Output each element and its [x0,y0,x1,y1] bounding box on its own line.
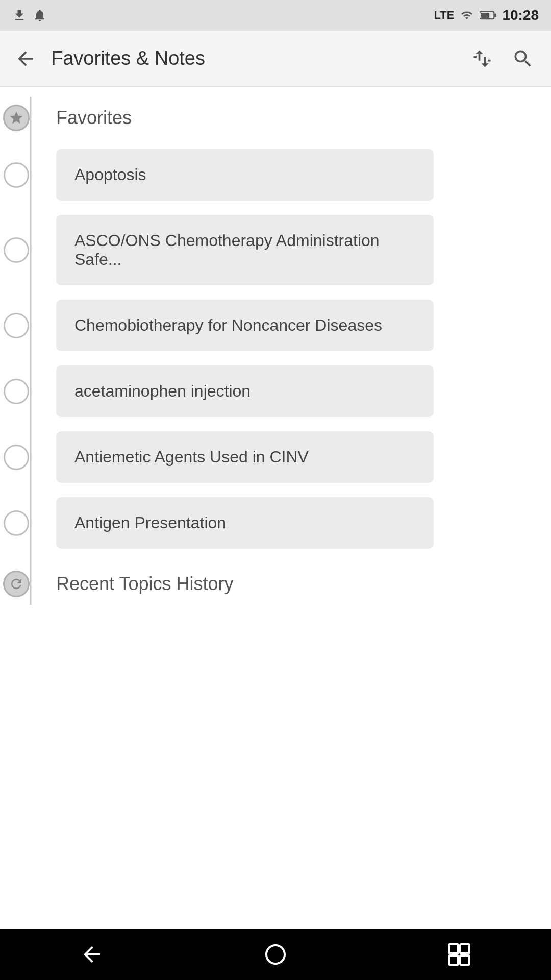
list-item[interactable]: Apoptosis [41,149,551,201]
back-button[interactable] [10,43,41,74]
download-icon [12,8,27,22]
favorites-title: Favorites [41,107,132,129]
status-bar-right: LTE 10:28 [434,7,539,23]
nav-back-button[interactable] [71,934,112,975]
compare-button[interactable] [464,41,500,77]
lte-label: LTE [434,9,454,22]
svg-rect-4 [488,59,491,61]
nav-recents-button[interactable] [439,934,480,975]
app-bar-actions [464,41,541,77]
main-content: Favorites Apoptosis ASCO/ONS Chemotherap… [0,87,551,615]
list-item[interactable]: Antigen Presentation [41,497,551,549]
nav-home-button[interactable] [255,934,296,975]
search-button[interactable] [505,41,541,77]
item-node-3 [4,379,29,404]
recent-topics-title: Recent Topics History [41,573,233,595]
clock-time: 10:28 [502,7,539,23]
list-item[interactable]: Chemobiotherapy for Noncancer Diseases [41,300,551,351]
item-card-chemobiotherapy[interactable]: Chemobiotherapy for Noncancer Diseases [56,300,434,351]
svg-rect-6 [460,944,469,953]
item-node-4 [4,445,29,470]
svg-rect-3 [474,56,477,58]
status-bar: LTE 10:28 [0,0,551,31]
item-card-acetaminophen[interactable]: acetaminophen injection [56,365,434,417]
item-node-2 [4,313,29,338]
list-item[interactable]: ASCO/ONS Chemotherapy Administration Saf… [41,215,551,285]
svg-rect-5 [449,944,458,953]
app-bar: Favorites & Notes [0,31,551,87]
item-card-asco[interactable]: ASCO/ONS Chemotherapy Administration Saf… [56,215,434,285]
favorites-node [3,105,30,131]
item-card-apoptosis[interactable]: Apoptosis [56,149,434,201]
item-node-0 [4,162,29,188]
list-item[interactable]: Antiemetic Agents Used in CINV [41,431,551,483]
battery-icon [480,9,497,21]
svg-rect-7 [449,955,458,965]
item-node-1 [4,237,29,263]
recent-topics-node [3,571,30,597]
svg-rect-1 [494,13,496,17]
svg-rect-2 [481,13,490,18]
notification-icon [33,8,47,22]
status-bar-left [12,8,47,22]
bottom-nav [0,929,551,980]
item-card-antiemetic[interactable]: Antiemetic Agents Used in CINV [56,431,434,483]
item-node-5 [4,510,29,536]
app-bar-title: Favorites & Notes [51,47,454,69]
list-item[interactable]: acetaminophen injection [41,365,551,417]
signal-icon [459,9,474,21]
item-card-antigen[interactable]: Antigen Presentation [56,497,434,549]
favorites-section-header: Favorites [41,97,551,139]
svg-rect-8 [460,955,469,965]
timeline: Favorites Apoptosis ASCO/ONS Chemotherap… [0,97,551,605]
recent-topics-section: Recent Topics History [41,563,551,605]
